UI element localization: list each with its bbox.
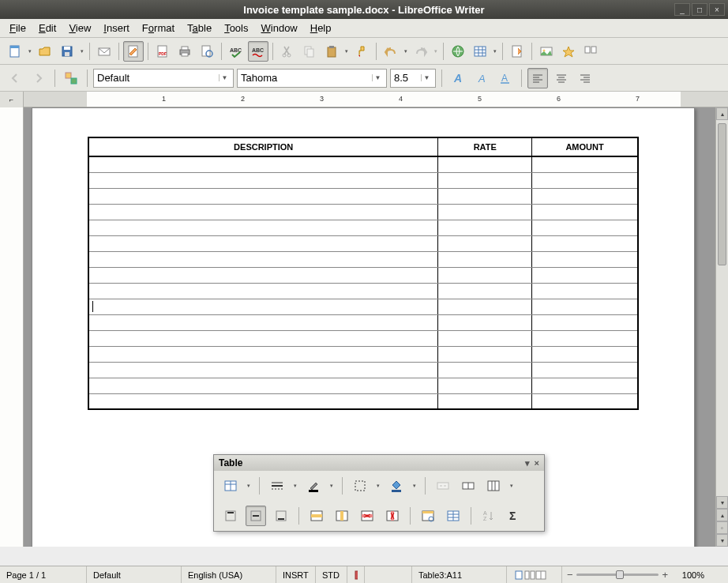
borders-button[interactable]: [350, 476, 370, 496]
table-new-dropdown[interactable]: ▾: [246, 483, 252, 489]
bold-button[interactable]: A: [448, 68, 468, 88]
border-color-button[interactable]: [303, 476, 324, 496]
italic-button[interactable]: A: [471, 68, 492, 88]
font-name-combo[interactable]: Tahoma ▼: [237, 69, 387, 88]
valign-top-button[interactable]: [220, 506, 241, 526]
bg-color-dropdown[interactable]: ▾: [411, 483, 418, 489]
table-row[interactable]: [88, 283, 638, 299]
insert-column-button[interactable]: [332, 506, 352, 526]
autoformat-button[interactable]: [418, 506, 438, 526]
redo-button[interactable]: [411, 41, 431, 62]
menu-file[interactable]: File: [3, 21, 32, 36]
scroll-down-button[interactable]: ▾: [716, 496, 728, 509]
status-style[interactable]: Default: [87, 566, 182, 583]
vertical-scrollbar[interactable]: ▴ ▾ ▴ ◦ ▾: [715, 107, 728, 547]
email-button[interactable]: [94, 41, 114, 62]
borders-dropdown[interactable]: ▾: [375, 483, 381, 489]
table-properties-button[interactable]: [443, 506, 463, 526]
apply-style-button[interactable]: [61, 68, 81, 88]
spellcheck-button[interactable]: ABC: [226, 41, 246, 62]
export-pdf-button[interactable]: PDF: [152, 41, 173, 62]
table-row[interactable]: [88, 346, 638, 362]
menu-help[interactable]: Help: [304, 21, 338, 36]
font-size-combo[interactable]: 8.5 ▼: [390, 69, 436, 88]
table-floating-toolbar[interactable]: Table ▾ × ▾ ▾ ▾ ▾ ▾ ▾ AZ: [213, 454, 545, 532]
vertical-ruler[interactable]: [0, 107, 24, 547]
horizontal-ruler[interactable]: ⌐ 1 2 3 4 5 6 7: [0, 92, 728, 107]
paragraph-style-combo[interactable]: Default ▼: [93, 69, 234, 88]
status-view-layout[interactable]: [507, 566, 562, 583]
cut-button[interactable]: [277, 41, 298, 62]
maximize-button[interactable]: □: [692, 3, 707, 16]
table-row[interactable]: [88, 204, 638, 220]
table-row[interactable]: [88, 314, 638, 330]
menu-view[interactable]: View: [62, 21, 97, 36]
menu-format[interactable]: Format: [136, 21, 181, 36]
copy-button[interactable]: [299, 41, 320, 62]
sort-button[interactable]: AZ: [478, 506, 499, 526]
line-style-dropdown[interactable]: ▾: [292, 483, 298, 489]
nav-back-button[interactable]: [5, 68, 25, 88]
undo-button[interactable]: [381, 41, 401, 62]
table-new-button[interactable]: [220, 476, 241, 496]
autospellcheck-button[interactable]: ABC: [248, 41, 268, 62]
sum-button[interactable]: Σ: [504, 506, 524, 526]
delete-column-button[interactable]: [382, 506, 403, 526]
single-page-icon[interactable]: [513, 570, 524, 580]
zoom-in-icon[interactable]: +: [662, 569, 668, 581]
optimize-button[interactable]: [483, 476, 504, 496]
format-paintbrush-button[interactable]: [351, 41, 372, 62]
line-style-button[interactable]: [267, 476, 287, 496]
border-color-dropdown[interactable]: ▾: [328, 483, 335, 489]
table-row[interactable]: [88, 378, 638, 393]
status-page[interactable]: Page 1 / 1: [0, 566, 87, 583]
open-button[interactable]: [35, 41, 55, 62]
delete-row-button[interactable]: [357, 506, 377, 526]
table-row[interactable]: [88, 393, 638, 409]
insert-table-button[interactable]: [470, 41, 490, 62]
insert-row-button[interactable]: [306, 506, 327, 526]
menu-table[interactable]: Table: [181, 21, 218, 36]
paste-button[interactable]: [321, 41, 342, 62]
bg-color-button[interactable]: [386, 476, 407, 496]
new-doc-dropdown[interactable]: ▾: [27, 48, 33, 55]
minimize-button[interactable]: _: [674, 3, 690, 16]
menu-edit[interactable]: Edit: [32, 21, 62, 36]
save-dropdown[interactable]: ▾: [79, 48, 85, 55]
book-view-icon[interactable]: [535, 570, 546, 580]
table-row[interactable]: [88, 299, 638, 314]
multi-page-icon[interactable]: [524, 570, 535, 580]
table-row[interactable]: [88, 188, 638, 204]
menu-tools[interactable]: Tools: [218, 21, 254, 36]
align-center-button[interactable]: [551, 68, 572, 88]
menu-window[interactable]: Window: [255, 21, 304, 36]
table-row[interactable]: [88, 220, 638, 235]
edit-mode-button[interactable]: [123, 41, 144, 62]
redo-dropdown[interactable]: ▾: [433, 48, 439, 55]
close-button[interactable]: ×: [709, 3, 725, 16]
table-row[interactable]: [88, 156, 638, 172]
valign-center-button[interactable]: [246, 506, 266, 526]
menu-insert[interactable]: Insert: [97, 21, 136, 36]
new-doc-button[interactable]: [5, 41, 25, 62]
status-signature[interactable]: [365, 566, 412, 583]
nav-forward-button[interactable]: [28, 68, 49, 88]
nav-target-button[interactable]: ◦: [716, 521, 728, 534]
toolbar-menu-icon[interactable]: ▾: [525, 458, 530, 468]
table-row[interactable]: [88, 362, 638, 378]
hyperlink-button[interactable]: [448, 41, 468, 62]
print-preview-button[interactable]: [197, 41, 217, 62]
table-row[interactable]: [88, 330, 638, 346]
gallery-button[interactable]: [536, 41, 557, 62]
zoom-slider[interactable]: − +: [562, 569, 673, 581]
slider-thumb[interactable]: [616, 570, 624, 579]
split-cells-button[interactable]: [458, 476, 478, 496]
header-amount[interactable]: AMOUNT: [532, 137, 638, 156]
page-up-button[interactable]: ▴: [716, 509, 728, 521]
table-toolbar-title[interactable]: Table ▾ ×: [214, 455, 544, 471]
zoom-percent[interactable]: 100%: [673, 566, 711, 583]
align-left-button[interactable]: [527, 68, 548, 88]
merge-cells-button[interactable]: [433, 476, 453, 496]
slider-track[interactable]: [576, 574, 659, 576]
scroll-up-button[interactable]: ▴: [716, 107, 728, 120]
